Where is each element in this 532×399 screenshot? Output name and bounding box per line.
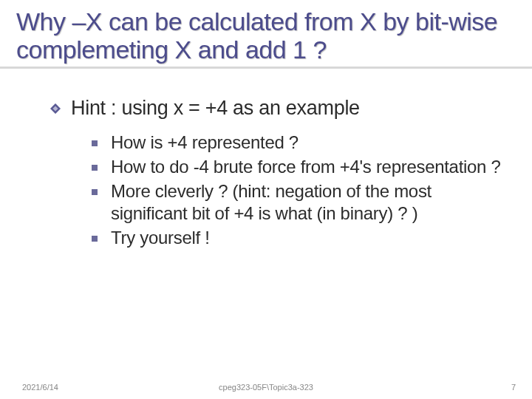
slide-body: Hint : using x = +4 as an example How is… — [0, 69, 532, 250]
title-block: Why –X can be calculated from X by bit-w… — [0, 0, 532, 69]
square-bullet-icon — [92, 189, 98, 195]
item-text: More cleverly ? (hint: negation of the m… — [111, 180, 510, 225]
item-text: How is +4 represented ? — [111, 132, 299, 154]
diamond-bullet-icon — [50, 103, 61, 114]
square-bullet-icon — [92, 140, 98, 146]
slide-footer: 2021/6/14 cpeg323-05F\Topic3a-323 7 — [0, 383, 532, 392]
list-item: Try yourself ! — [92, 227, 510, 250]
slide: Why –X can be calculated from X by bit-w… — [0, 0, 532, 399]
square-bullet-icon — [92, 165, 98, 171]
item-text: Try yourself ! — [111, 227, 210, 250]
square-bullet-icon — [92, 236, 98, 242]
slide-title: Why –X can be calculated from X by bit-w… — [16, 7, 517, 64]
sub-list: How is +4 represented ? How to do -4 bru… — [92, 132, 510, 250]
list-item: More cleverly ? (hint: negation of the m… — [92, 180, 510, 225]
hint-row: Hint : using x = +4 as an example — [50, 97, 510, 120]
item-text: How to do -4 brute force from +4's repre… — [111, 156, 501, 179]
footer-date: 2021/6/14 — [22, 383, 58, 392]
list-item: How is +4 represented ? — [92, 132, 510, 154]
list-item: How to do -4 brute force from +4's repre… — [92, 156, 510, 179]
hint-text: Hint : using x = +4 as an example — [71, 97, 360, 120]
footer-page-number: 7 — [511, 383, 516, 392]
footer-path: cpeg323-05F\Topic3a-323 — [219, 383, 313, 392]
